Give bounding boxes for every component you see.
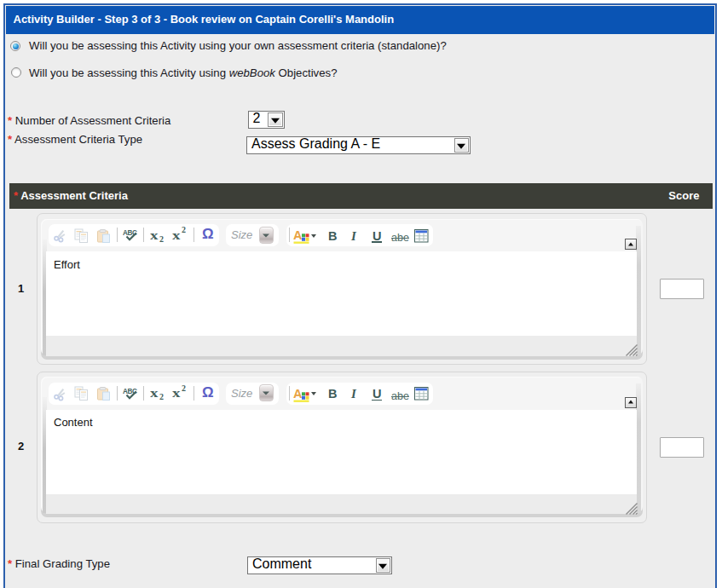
svg-text:A: A: [293, 228, 303, 242]
svg-text:A: A: [293, 387, 303, 401]
